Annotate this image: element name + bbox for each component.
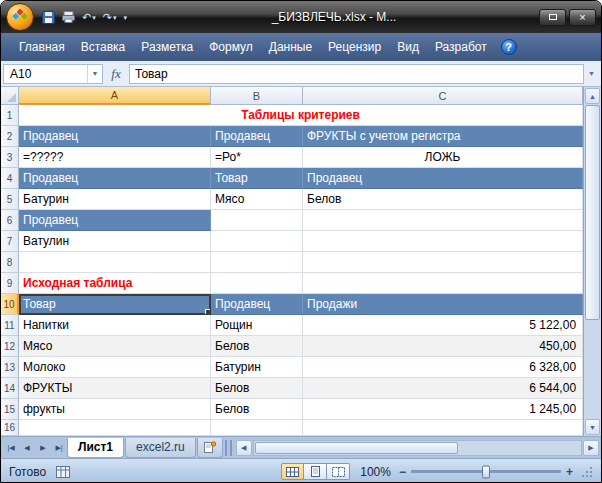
zoom-slider-track[interactable]: [411, 470, 561, 473]
cell-b8[interactable]: [211, 252, 303, 273]
cell-a5[interactable]: Батурин: [19, 189, 211, 210]
row-header-10[interactable]: 10: [1, 294, 19, 315]
cell-b7[interactable]: [211, 231, 303, 252]
last-sheet-button[interactable]: ▶|: [51, 440, 67, 456]
formula-bar-expand-button[interactable]: ▼: [584, 64, 599, 84]
tab-formuly[interactable]: Формул: [201, 33, 261, 61]
cell-c11[interactable]: 5 122,00: [303, 315, 583, 336]
zoom-out-button[interactable]: −: [399, 466, 406, 478]
cell-b14[interactable]: Белов: [211, 378, 303, 399]
page-layout-view-button[interactable]: [304, 463, 327, 480]
cell-b13[interactable]: Батурин: [211, 357, 303, 378]
cell-c12[interactable]: 450,00: [303, 336, 583, 357]
print-button[interactable]: [60, 10, 77, 24]
sheet-tab-list1[interactable]: Лист1: [67, 438, 124, 458]
cell-a1[interactable]: Таблицы критериев: [19, 105, 583, 126]
first-sheet-button[interactable]: |◀: [3, 440, 19, 456]
help-button[interactable]: ?: [501, 39, 517, 55]
column-header-a[interactable]: A: [19, 87, 211, 105]
office-button[interactable]: [6, 3, 34, 31]
cell-a8[interactable]: [19, 252, 211, 273]
select-all-corner[interactable]: [1, 87, 19, 105]
row-header-6[interactable]: 6: [1, 210, 19, 231]
row-header-7[interactable]: 7: [1, 231, 19, 252]
row-header-5[interactable]: 5: [1, 189, 19, 210]
undo-button[interactable]: ↶ ▾: [80, 11, 98, 24]
customize-qat-button[interactable]: ▾: [121, 13, 129, 22]
row-header-3[interactable]: 3: [1, 147, 19, 168]
resize-grip[interactable]: [581, 466, 593, 478]
redo-button[interactable]: ↷ ▾: [101, 11, 119, 24]
horizontal-scroll-thumb[interactable]: [255, 442, 458, 454]
redo-dropdown-icon[interactable]: ▾: [113, 14, 117, 21]
scroll-down-button[interactable]: ▼: [585, 419, 600, 435]
cell-c2[interactable]: ФРУКТЫ с учетом регистра: [303, 126, 583, 147]
cell-a3[interactable]: =?????: [19, 147, 211, 168]
formula-input[interactable]: Товар: [129, 64, 584, 84]
tab-vid[interactable]: Вид: [389, 33, 427, 61]
cell-a14[interactable]: ФРУКТЫ: [19, 378, 211, 399]
horizontal-scrollbar[interactable]: ◀ ▶: [236, 439, 599, 457]
cell-c14[interactable]: 6 544,00: [303, 378, 583, 399]
cell-a15[interactable]: фрукты: [19, 399, 211, 420]
cell-b6[interactable]: [211, 210, 303, 231]
cell-c16[interactable]: [303, 420, 583, 436]
cell-c6[interactable]: [303, 210, 583, 231]
scroll-left-button[interactable]: ◀: [236, 440, 252, 456]
row-header-14[interactable]: 14: [1, 378, 19, 399]
cell-b11[interactable]: Рощин: [211, 315, 303, 336]
cell-b2[interactable]: Продавец: [211, 126, 303, 147]
horizontal-scroll-track[interactable]: [253, 440, 582, 456]
column-header-b[interactable]: B: [211, 87, 303, 105]
vertical-scroll-thumb[interactable]: [585, 105, 600, 320]
cell-b5[interactable]: Мясо: [211, 189, 303, 210]
cell-c7[interactable]: [303, 231, 583, 252]
page-break-view-button[interactable]: [327, 463, 350, 480]
row-header-8[interactable]: 8: [1, 252, 19, 273]
record-macro-button[interactable]: [56, 466, 70, 478]
cell-a2[interactable]: Продавец: [19, 126, 211, 147]
cell-c9[interactable]: [303, 273, 583, 294]
close-button[interactable]: ×: [569, 9, 596, 26]
tab-razrabotchik[interactable]: Разработ: [427, 33, 495, 61]
normal-view-button[interactable]: [281, 463, 304, 480]
name-box[interactable]: A10 ▼: [3, 64, 103, 84]
cell-b10[interactable]: Продавец: [211, 294, 303, 315]
cell-b9[interactable]: [211, 273, 303, 294]
cell-a12[interactable]: Мясо: [19, 336, 211, 357]
scroll-up-button[interactable]: ▲: [585, 88, 600, 104]
active-cell-a10[interactable]: Товар: [19, 294, 211, 315]
zoom-in-button[interactable]: +: [566, 466, 573, 478]
row-header-1[interactable]: 1: [1, 105, 19, 126]
cell-b4[interactable]: Товар: [211, 168, 303, 189]
row-header-12[interactable]: 12: [1, 336, 19, 357]
tab-razmetka[interactable]: Разметка: [133, 33, 201, 61]
next-sheet-button[interactable]: ▶: [35, 440, 51, 456]
cell-a6[interactable]: Продавец: [19, 210, 211, 231]
insert-worksheet-button[interactable]: [197, 438, 223, 458]
column-header-c[interactable]: C: [303, 87, 583, 105]
tab-scroll-splitter[interactable]: [225, 440, 232, 456]
tab-glavnaya[interactable]: Главная: [11, 33, 73, 61]
vertical-scrollbar[interactable]: ▲ ▼: [583, 87, 601, 436]
row-header-16[interactable]: 16: [1, 420, 19, 436]
name-box-value[interactable]: A10: [4, 67, 87, 81]
cell-a9[interactable]: Исходная таблица: [19, 273, 211, 294]
cell-a16[interactable]: [19, 420, 211, 436]
row-header-15[interactable]: 15: [1, 399, 19, 420]
scroll-right-button[interactable]: ▶: [583, 440, 599, 456]
save-button[interactable]: [40, 10, 57, 25]
tab-vstavka[interactable]: Вставка: [73, 33, 134, 61]
cell-b12[interactable]: Белов: [211, 336, 303, 357]
cell-a11[interactable]: Напитки: [19, 315, 211, 336]
cell-b16[interactable]: [211, 420, 303, 436]
cell-a7[interactable]: Ватулин: [19, 231, 211, 252]
cell-a13[interactable]: Молоко: [19, 357, 211, 378]
cell-b3[interactable]: =Ро*: [211, 147, 303, 168]
sheet-tab-excel2ru[interactable]: excel2.ru: [125, 438, 196, 458]
undo-dropdown-icon[interactable]: ▾: [92, 14, 96, 21]
cell-c15[interactable]: 1 245,00: [303, 399, 583, 420]
prev-sheet-button[interactable]: ◀: [19, 440, 35, 456]
row-header-11[interactable]: 11: [1, 315, 19, 336]
name-box-dropdown-icon[interactable]: ▼: [87, 65, 102, 83]
